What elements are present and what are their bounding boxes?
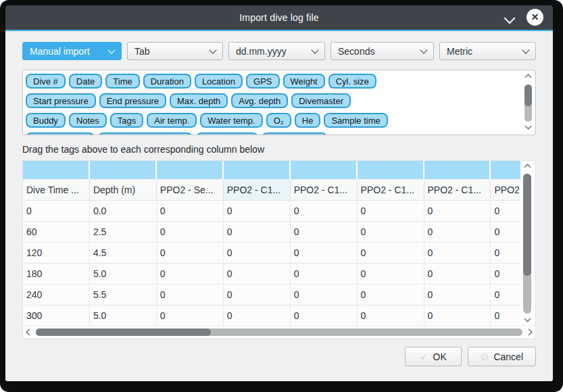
tag-location[interactable]: Location — [195, 74, 243, 89]
combo-value: Manual import — [30, 46, 90, 57]
scroll-down-icon[interactable] — [525, 123, 532, 130]
column-header-depth-m[interactable]: Depth (m) — [90, 180, 157, 200]
close-button[interactable]: ✕ — [527, 9, 543, 26]
table-vertical-scrollbar[interactable] — [520, 161, 535, 326]
table-row: 1805.0000000 — [23, 263, 521, 284]
table-cell: 0 — [224, 222, 291, 242]
scrollbar-thumb[interactable] — [524, 84, 532, 106]
scrollbar-track[interactable] — [524, 84, 532, 122]
scroll-up-icon[interactable] — [525, 74, 532, 81]
tag-cyl-size[interactable]: Cyl. size — [328, 74, 376, 89]
ok-button-label: OK — [433, 351, 447, 362]
scrollbar-thumb[interactable] — [36, 328, 211, 336]
table-cell: 0 — [224, 201, 291, 221]
combo-metric[interactable]: Metric — [439, 42, 536, 60]
ok-button[interactable]: ✓ OK — [405, 347, 462, 366]
tag-date[interactable]: Date — [69, 74, 102, 89]
tag-o[interactable]: O₂ — [266, 113, 291, 128]
tag-duration[interactable]: Duration — [143, 74, 191, 89]
combo-dd-mm-yyyy[interactable]: dd.mm.yyyy — [228, 42, 325, 60]
column-header-dive-time[interactable]: Dive Time ... — [23, 180, 90, 200]
chevron-down-icon — [522, 46, 529, 53]
tag-row-2: Start pressureEnd pressureMax. depthAvg.… — [26, 93, 522, 108]
tag-dive[interactable]: Dive # — [26, 74, 66, 89]
table-header-row: Dive Time ...Depth (m)PPO2 - Se...PPO2 -… — [23, 179, 521, 200]
drop-target-col-4[interactable] — [224, 161, 291, 179]
table-row: 1204.5000000 — [23, 242, 521, 263]
table-cell: 0 — [291, 285, 358, 305]
table-cell: 0 — [224, 243, 291, 263]
tag-tags[interactable]: Tags — [110, 113, 143, 128]
tag-gps[interactable]: GPS — [246, 74, 279, 89]
table-cell: 0 — [157, 285, 224, 305]
drop-target-col-1[interactable] — [23, 161, 90, 179]
tag-start-pressure[interactable]: Start pressure — [26, 93, 96, 108]
combo-manual-import[interactable]: Manual import — [22, 42, 122, 60]
drop-target-col-6[interactable] — [358, 161, 424, 179]
tag-row-3: BuddyNotesTagsAir temp.Water temp.O₂HeSa… — [26, 113, 522, 128]
drop-target-col-8[interactable] — [491, 161, 521, 179]
tag-sample-temperature[interactable]: Sample temperature — [98, 132, 193, 135]
scroll-down-icon[interactable] — [524, 316, 531, 322]
tag-row-1: Dive #DateTimeDurationLocationGPSWeightC… — [26, 74, 522, 89]
column-header-ppo2-c1[interactable]: PPO2 - C1... — [358, 180, 424, 200]
tag-buddy[interactable]: Buddy — [26, 113, 66, 128]
table-cell: 0 — [424, 285, 491, 305]
tag-avg-depth[interactable]: Avg. depth — [231, 93, 288, 108]
drop-target-col-5[interactable] — [291, 161, 358, 179]
scroll-left-icon[interactable] — [26, 329, 33, 336]
table-cell: 0 — [291, 201, 358, 221]
tag-notes[interactable]: Notes — [69, 113, 107, 128]
table-cell: 0 — [491, 305, 521, 326]
scroll-up-icon[interactable] — [524, 164, 531, 171]
column-header-ppo2-c1[interactable]: PPO2 - C1... — [291, 180, 358, 200]
table-cell: 0 — [291, 243, 358, 263]
column-header-ppo2-c1[interactable]: PPO2 - C1... — [224, 180, 291, 200]
table-cell: 0 — [23, 201, 90, 221]
scrollbar-thumb[interactable] — [523, 174, 531, 276]
tag-sample-cns[interactable]: Sample CNS — [262, 132, 327, 135]
table-cell: 0 — [491, 285, 521, 305]
combo-tab[interactable]: Tab — [127, 42, 223, 60]
table-cell: 0 — [224, 264, 291, 284]
table-cell: 0 — [291, 222, 358, 242]
drop-target-col-7[interactable] — [424, 161, 491, 179]
combo-seconds[interactable]: Seconds — [331, 42, 434, 60]
table-cell: 0 — [291, 305, 358, 326]
cancel-button[interactable]: ⊘ Cancel — [468, 347, 536, 366]
column-header-ppo2-se[interactable]: PPO2 - Se... — [157, 180, 224, 200]
table-cell: 0.0 — [90, 201, 157, 221]
tag-air-temp[interactable]: Air temp. — [147, 113, 197, 128]
table-cell: 5.0 — [90, 305, 157, 326]
tag-water-temp[interactable]: Water temp. — [200, 113, 262, 128]
column-header-ppo2[interactable]: PPO2 — [491, 180, 521, 200]
tag-pool-scrollbar[interactable] — [524, 72, 533, 132]
drop-target-col-3[interactable] — [157, 161, 224, 179]
tag-time[interactable]: Time — [105, 74, 139, 89]
column-header-ppo2-c1[interactable]: PPO2 - C1... — [424, 180, 491, 200]
table-row: 602.5000000 — [23, 221, 521, 242]
drag-instruction-label: Drag the tags above to each correspondin… — [22, 144, 536, 155]
table-cell: 0 — [157, 243, 224, 263]
tag-he[interactable]: He — [295, 113, 321, 128]
tag-divemaster[interactable]: Divemaster — [291, 93, 351, 108]
window-frame: Import dive log file ✕ Manual importTabd… — [0, 0, 563, 392]
tag-sample-po[interactable]: Sample pO₂ — [196, 132, 258, 135]
table-cell: 0 — [224, 285, 291, 305]
tag-max-depth[interactable]: Max. depth — [170, 93, 228, 108]
scrollbar-track[interactable] — [36, 328, 522, 336]
drop-target-col-2[interactable] — [90, 161, 157, 179]
scrollbar-track[interactable] — [523, 174, 531, 314]
tag-weight[interactable]: Weight — [283, 74, 325, 89]
titlebar[interactable]: Import dive log file ✕ — [5, 5, 553, 30]
cancel-circle-icon: ⊘ — [481, 351, 489, 363]
table-horizontal-scrollbar[interactable] — [23, 325, 535, 339]
tag-sample-time[interactable]: Sample time — [324, 113, 387, 128]
tag-end-pressure[interactable]: End pressure — [99, 93, 166, 108]
tag-sample-depth[interactable]: Sample depth — [26, 132, 95, 135]
titlebar-menu-chevron-icon[interactable] — [504, 13, 516, 24]
table-cell: 0 — [424, 243, 491, 263]
scroll-right-icon[interactable] — [526, 329, 533, 336]
cancel-button-label: Cancel — [493, 351, 523, 362]
dialog-content: Manual importTabdd.mm.yyyySecondsMetric … — [5, 31, 553, 366]
